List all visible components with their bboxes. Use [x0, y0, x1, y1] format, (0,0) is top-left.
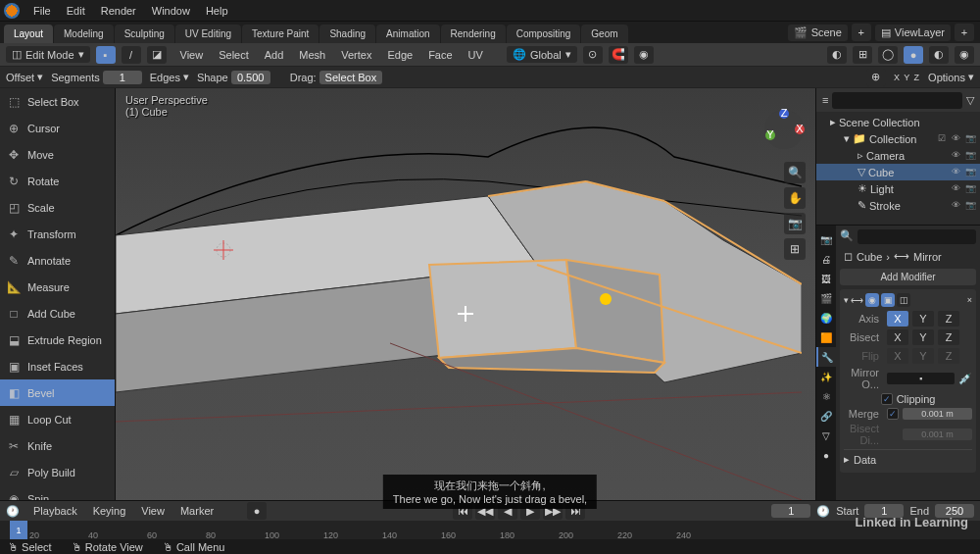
workspace-uv editing[interactable]: UV Editing	[175, 25, 241, 43]
tool-extrude-region[interactable]: ⬓Extrude Region	[0, 327, 115, 353]
nav-gizmo[interactable]: Z X Y	[762, 108, 806, 151]
tool-bevel[interactable]: ◧Bevel	[0, 379, 115, 406]
mesh-edit-mode-button[interactable]: ◐	[827, 46, 847, 64]
blender-logo-icon[interactable]	[4, 3, 20, 19]
viewlayer-selector[interactable]: ▤ ViewLayer	[875, 25, 951, 41]
options-dropdown[interactable]: Options▾	[928, 71, 974, 83]
outliner-search-input[interactable]	[832, 92, 962, 109]
3d-viewport[interactable]: User Perspective (1) Cube	[116, 88, 815, 539]
current-frame[interactable]: 1	[771, 504, 810, 518]
drag-value[interactable]: Select Box	[319, 71, 383, 84]
eye-icon[interactable]: 👁	[952, 167, 962, 177]
eye-icon[interactable]: 👁	[952, 150, 962, 161]
prop-tab-constraints[interactable]: 🔗	[816, 406, 836, 426]
prop-tab-material[interactable]: ●	[816, 445, 836, 465]
axis-y-button[interactable]: Y	[912, 311, 934, 327]
edge-select-mode[interactable]: /	[122, 46, 141, 64]
workspace-layout[interactable]: Layout	[4, 25, 53, 43]
perspective-toggle[interactable]: ⊞	[784, 238, 806, 260]
timeline-icon[interactable]: 🕐	[6, 505, 20, 518]
tool-select-box[interactable]: ⬚Select Box	[0, 88, 115, 115]
snap-button[interactable]: 🧲	[609, 46, 628, 64]
bisect-x-button[interactable]: X	[887, 329, 908, 345]
tool-loop-cut[interactable]: ▦Loop Cut	[0, 406, 115, 432]
timeline-track[interactable]: 1 20406080100120140160180200220240	[0, 521, 980, 540]
chevron-right-icon[interactable]: ▸	[844, 453, 850, 466]
mod-edit-toggle[interactable]: ▣	[881, 293, 895, 307]
workspace-texture paint[interactable]: Texture Paint	[242, 25, 318, 43]
prop-tab-modifiers[interactable]: 🔧	[816, 347, 836, 367]
prop-tab-world[interactable]: 🌍	[816, 308, 836, 327]
eye-icon[interactable]: 👁	[952, 183, 962, 194]
add-modifier-button[interactable]: Add Modifier	[840, 269, 976, 285]
mode-selector[interactable]: ◫ Edit Mode ▾	[6, 46, 90, 63]
zoom-button[interactable]: 🔍	[784, 162, 806, 183]
mod-realtime-toggle[interactable]: ◉	[865, 293, 879, 307]
menu-edit[interactable]: Edit	[59, 2, 93, 20]
prop-tab-physics[interactable]: ⚛	[816, 386, 836, 406]
prop-tab-object[interactable]: 🟧	[816, 327, 836, 347]
search-icon[interactable]: 🔍	[840, 229, 854, 244]
prop-tab-view[interactable]: 🖼	[816, 269, 836, 288]
workspace-sculpting[interactable]: Sculpting	[115, 25, 174, 43]
mod-cage-toggle[interactable]: ◫	[897, 293, 910, 307]
axis-x-button[interactable]: X	[887, 311, 908, 327]
tree-item-light[interactable]: ☀Light👁📷	[816, 180, 980, 197]
render-icon[interactable]: 📷	[965, 150, 976, 161]
axis-lock-xyz[interactable]: X Y Z	[894, 73, 920, 82]
viewport-menu-view[interactable]: View	[172, 46, 212, 64]
tool-cursor[interactable]: ⊕Cursor	[0, 115, 115, 141]
face-select-mode[interactable]: ◪	[147, 46, 167, 64]
shading-solid[interactable]: ●	[904, 46, 923, 64]
bisect-z-button[interactable]: Z	[938, 329, 959, 345]
workspace-animation[interactable]: Animation	[376, 25, 439, 43]
playhead[interactable]: 1	[10, 521, 27, 540]
viewport-menu-edge[interactable]: Edge	[379, 46, 420, 64]
eyedropper-icon[interactable]: 💉	[958, 373, 972, 385]
segments-value[interactable]: 1	[103, 71, 142, 84]
workspace-modeling[interactable]: Modeling	[54, 25, 114, 43]
pivot-button[interactable]: ⊙	[583, 46, 603, 64]
props-search[interactable]	[858, 229, 976, 244]
tool-measure[interactable]: 📐Measure	[0, 274, 115, 300]
new-scene-button[interactable]: +	[852, 24, 871, 41]
prop-tab-output[interactable]: 🖨	[816, 249, 836, 269]
workspace-rendering[interactable]: Rendering	[441, 25, 506, 43]
camera-view-button[interactable]: 📷	[784, 213, 806, 234]
render-icon[interactable]: 📷	[965, 167, 976, 177]
workspace-compositing[interactable]: Compositing	[507, 25, 581, 43]
tool-add-cube[interactable]: □Add Cube	[0, 300, 115, 327]
viewport-menu-face[interactable]: Face	[420, 46, 460, 64]
prop-tab-render[interactable]: 📷	[816, 229, 836, 249]
menu-render[interactable]: Render	[93, 2, 144, 20]
mirror-obj-field[interactable]: ▪	[887, 373, 955, 384]
orientation-selector[interactable]: 🌐 Global ▾	[507, 46, 577, 63]
autokey-button[interactable]: ●	[247, 502, 267, 520]
shape-value[interactable]: 0.500	[231, 71, 270, 84]
viewport-menu-vertex[interactable]: Vertex	[333, 46, 379, 64]
proportional-edit-button[interactable]: ◉	[634, 46, 654, 64]
tree-item-stroke[interactable]: ✎Stroke👁📷	[816, 197, 980, 214]
shading-material[interactable]: ◐	[929, 46, 949, 64]
tool-inset-faces[interactable]: ▣Inset Faces	[0, 353, 115, 379]
workspace-geom[interactable]: Geom	[581, 25, 627, 43]
close-icon[interactable]: ×	[967, 295, 972, 305]
prop-tab-data[interactable]: ▽	[816, 426, 836, 445]
pan-button[interactable]: ✋	[784, 187, 806, 209]
viewport-menu-add[interactable]: Add	[257, 46, 292, 64]
render-icon[interactable]: 📷	[965, 183, 976, 194]
gizmo-toggle[interactable]: ⊕	[866, 69, 886, 86]
prop-tab-particles[interactable]: ✨	[816, 367, 836, 386]
tree-item-camera[interactable]: ▹Camera👁📷	[816, 147, 980, 164]
eye-icon[interactable]: 👁	[952, 200, 962, 211]
viewport-menu-select[interactable]: Select	[211, 46, 257, 64]
shading-wireframe[interactable]: ◯	[878, 46, 898, 64]
merge-value[interactable]: 0.001 m	[903, 408, 972, 420]
merge-checkbox[interactable]	[887, 408, 899, 420]
prop-tab-scene[interactable]: 🎬	[816, 288, 836, 308]
modifier-breadcrumb[interactable]: ◻ Cube › ⟷ Mirror	[840, 248, 976, 265]
tool-move[interactable]: ✥Move	[0, 141, 115, 168]
toggle-xray-button[interactable]: ⊞	[853, 46, 872, 64]
shading-rendered[interactable]: ◉	[955, 46, 974, 64]
tool-knife[interactable]: ✂Knife	[0, 432, 115, 459]
